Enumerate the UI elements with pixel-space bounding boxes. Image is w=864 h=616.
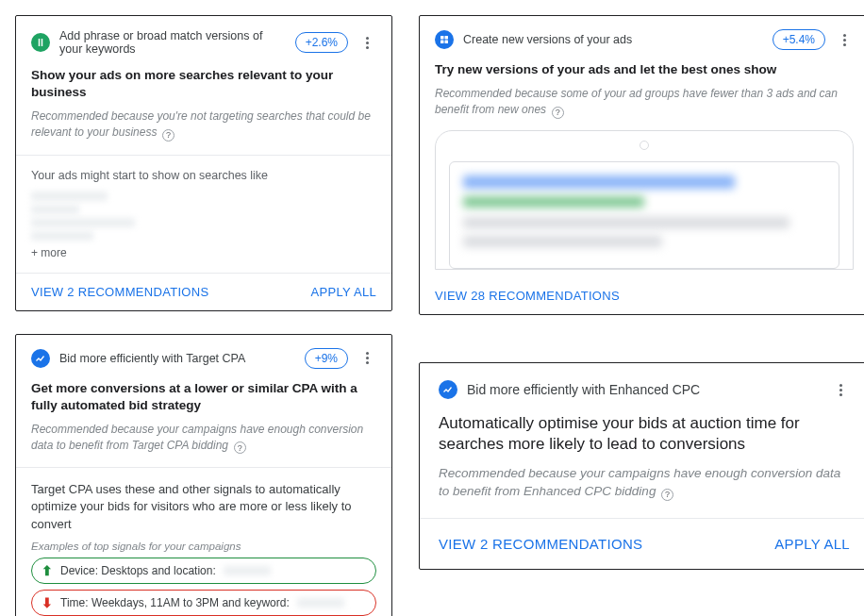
- info-icon[interactable]: ?: [234, 441, 246, 454]
- recommendation-card-enhanced-cpc: Bid more efficiently with Enhanced CPC A…: [419, 362, 864, 571]
- overflow-menu-button[interactable]: [357, 33, 376, 53]
- redacted-ad-desc: [463, 236, 662, 247]
- overflow-menu-button[interactable]: [357, 348, 376, 368]
- svg-rect-0: [440, 36, 444, 40]
- view-recommendations-button[interactable]: VIEW 28 RECOMMENDATIONS: [435, 289, 620, 303]
- body-intro: Your ads might start to show on searches…: [31, 169, 376, 182]
- svg-rect-1: [445, 36, 449, 40]
- arrow-up-icon: ⬆: [42, 563, 53, 578]
- card-title: Bid more efficiently with Target CPA: [59, 352, 295, 365]
- view-recommendations-button[interactable]: VIEW 2 RECOMMENDATIONS: [31, 285, 208, 299]
- more-link[interactable]: + more: [31, 246, 376, 259]
- signal-negative: ⬇ Time: Weekdays, 11AM to 3PM and keywor…: [31, 590, 376, 616]
- card-headline: Try new versions of your ads and let the…: [435, 61, 854, 78]
- arrow-down-icon: ⬇: [42, 595, 53, 610]
- card-headline: Get more conversions at a lower or simil…: [31, 380, 376, 414]
- signal-text: Time: Weekdays, 11AM to 3PM and keyword:: [60, 596, 290, 609]
- body-intro: Target CPA uses these and other signals …: [31, 481, 376, 533]
- redacted-value: [297, 598, 344, 608]
- info-icon[interactable]: ?: [661, 489, 673, 501]
- redacted-ad-desc: [463, 217, 789, 228]
- uplift-badge: +5.4%: [773, 29, 825, 50]
- ad-preview: [449, 161, 839, 269]
- uplift-badge: +9%: [305, 348, 348, 369]
- signals-caption: Examples of top signals for your campaig…: [31, 541, 376, 552]
- redacted-keyword: [31, 205, 79, 214]
- redacted-ad-url: [463, 196, 644, 208]
- uplift-badge: +2.6%: [295, 32, 348, 53]
- info-icon[interactable]: ?: [552, 107, 564, 119]
- apply-all-button[interactable]: APPLY ALL: [774, 536, 850, 552]
- recommendation-card-keywords: Add phrase or broad match versions of yo…: [15, 15, 392, 311]
- redacted-ad-headline: [463, 175, 735, 189]
- card-title: Add phrase or broad match versions of yo…: [59, 29, 286, 56]
- signal-positive: ⬆ Device: Desktops and location:: [31, 558, 376, 584]
- card-headline: Show your ads on more searches relevant …: [31, 67, 376, 101]
- svg-rect-3: [445, 41, 449, 44]
- card-title: Create new versions of your ads: [463, 33, 763, 46]
- overflow-menu-button[interactable]: [831, 380, 850, 400]
- svg-rect-2: [440, 41, 444, 44]
- redacted-keyword: [31, 231, 93, 241]
- apply-all-button[interactable]: APPLY ALL: [311, 285, 376, 299]
- signal-text: Device: Desktops and location:: [60, 564, 216, 577]
- recommendation-card-ad-versions: Create new versions of your ads +5.4% Tr…: [419, 15, 864, 315]
- card-reason: Recommended because you're not targeting…: [31, 109, 371, 139]
- ads-grid-icon: [435, 30, 454, 49]
- trend-icon: [31, 349, 50, 368]
- phone-speaker-icon: [640, 141, 649, 150]
- card-headline: Automatically optimise your bids at auct…: [439, 413, 850, 457]
- redacted-value: [224, 566, 271, 575]
- card-reason: Recommended because your campaigns have …: [31, 423, 363, 452]
- card-title: Bid more efficiently with Enhanced CPC: [467, 382, 822, 397]
- recommendation-card-target-cpa: Bid more efficiently with Target CPA +9%…: [15, 334, 392, 616]
- keywords-icon: [31, 33, 50, 52]
- overflow-menu-button[interactable]: [835, 30, 854, 50]
- info-icon[interactable]: ?: [162, 129, 174, 142]
- phone-preview: [435, 130, 854, 270]
- redacted-keyword: [31, 218, 135, 227]
- trend-icon: [439, 380, 457, 399]
- card-reason: Recommended because your campaigns have …: [439, 466, 840, 498]
- card-reason: Recommended because some of your ad grou…: [435, 87, 838, 116]
- redacted-keyword: [31, 191, 108, 201]
- view-recommendations-button[interactable]: VIEW 2 RECOMMENDATIONS: [439, 536, 642, 552]
